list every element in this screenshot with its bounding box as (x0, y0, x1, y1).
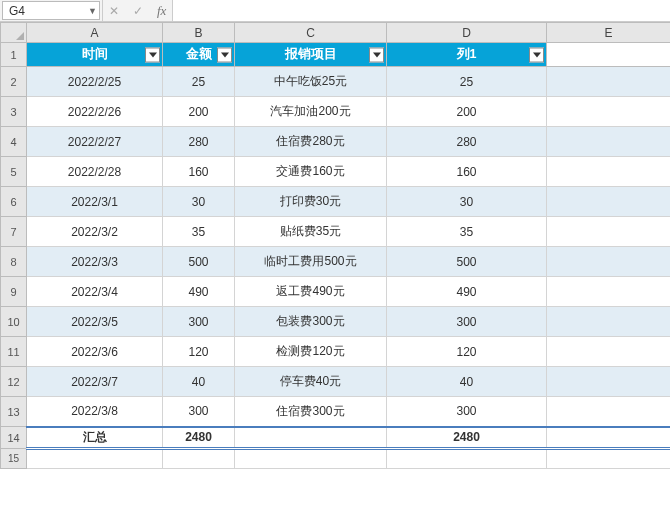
cell-amount[interactable]: 500 (163, 247, 235, 277)
cell[interactable] (235, 449, 387, 469)
col-head-A[interactable]: A (27, 23, 163, 43)
summary-item[interactable] (235, 427, 387, 449)
cell-amount[interactable]: 160 (163, 157, 235, 187)
cell-amount[interactable]: 280 (163, 127, 235, 157)
cell[interactable] (547, 277, 671, 307)
cell-time[interactable]: 2022/3/2 (27, 217, 163, 247)
cell-col1[interactable]: 35 (387, 217, 547, 247)
cell-item[interactable]: 交通费160元 (235, 157, 387, 187)
row-head[interactable]: 12 (1, 367, 27, 397)
cell-time[interactable]: 2022/2/27 (27, 127, 163, 157)
cell-col1[interactable]: 300 (387, 307, 547, 337)
cell[interactable] (547, 397, 671, 427)
cell[interactable] (387, 449, 547, 469)
cell-item[interactable]: 临时工费用500元 (235, 247, 387, 277)
cell-amount[interactable]: 35 (163, 217, 235, 247)
cell-item[interactable]: 贴纸费35元 (235, 217, 387, 247)
cell-amount[interactable]: 120 (163, 337, 235, 367)
select-all-corner[interactable] (1, 23, 27, 43)
row-head[interactable]: 2 (1, 67, 27, 97)
confirm-icon[interactable]: ✓ (133, 4, 143, 18)
filter-icon[interactable] (369, 47, 384, 62)
cell[interactable] (547, 217, 671, 247)
cell-item[interactable]: 停车费40元 (235, 367, 387, 397)
cell-time[interactable]: 2022/3/7 (27, 367, 163, 397)
cell-time[interactable]: 2022/3/3 (27, 247, 163, 277)
row-head[interactable]: 8 (1, 247, 27, 277)
cell-col1[interactable]: 30 (387, 187, 547, 217)
cell[interactable] (547, 367, 671, 397)
cell-col1[interactable]: 490 (387, 277, 547, 307)
cell[interactable] (163, 449, 235, 469)
cell-amount[interactable]: 30 (163, 187, 235, 217)
row-head[interactable]: 6 (1, 187, 27, 217)
summary-amount[interactable]: 2480 (163, 427, 235, 449)
col-head-C[interactable]: C (235, 23, 387, 43)
row-head[interactable]: 14 (1, 427, 27, 449)
cell-item[interactable]: 汽车加油200元 (235, 97, 387, 127)
filter-icon[interactable] (217, 47, 232, 62)
col-head-B[interactable]: B (163, 23, 235, 43)
cell[interactable] (547, 247, 671, 277)
cell-time[interactable]: 2022/3/6 (27, 337, 163, 367)
cell-amount[interactable]: 490 (163, 277, 235, 307)
fx-icon[interactable]: fx (157, 3, 166, 19)
header-item[interactable]: 报销项目 (235, 43, 387, 67)
row-head[interactable]: 3 (1, 97, 27, 127)
filter-icon[interactable] (145, 47, 160, 62)
cell-col1[interactable]: 25 (387, 67, 547, 97)
cell-item[interactable]: 包装费300元 (235, 307, 387, 337)
cell-col1[interactable]: 160 (387, 157, 547, 187)
cell-time[interactable]: 2022/2/28 (27, 157, 163, 187)
spreadsheet-grid[interactable]: A B C D E 1 时间 金额 报销项目 列1 22022/2/2525中午… (0, 22, 670, 469)
cell-col1[interactable]: 300 (387, 397, 547, 427)
cell[interactable] (547, 449, 671, 469)
cancel-icon[interactable]: ✕ (109, 4, 119, 18)
col-head-D[interactable]: D (387, 23, 547, 43)
cell-amount[interactable]: 200 (163, 97, 235, 127)
cell[interactable] (27, 449, 163, 469)
cell-time[interactable]: 2022/2/26 (27, 97, 163, 127)
chevron-down-icon[interactable]: ▼ (88, 6, 97, 16)
cell[interactable] (547, 43, 671, 67)
row-head[interactable]: 10 (1, 307, 27, 337)
row-head[interactable]: 5 (1, 157, 27, 187)
cell[interactable] (547, 127, 671, 157)
cell-item[interactable]: 返工费490元 (235, 277, 387, 307)
cell[interactable] (547, 67, 671, 97)
header-col1[interactable]: 列1 (387, 43, 547, 67)
summary-label[interactable]: 汇总 (27, 427, 163, 449)
cell-item[interactable]: 中午吃饭25元 (235, 67, 387, 97)
cell-col1[interactable]: 500 (387, 247, 547, 277)
filter-icon[interactable] (529, 47, 544, 62)
row-head[interactable]: 13 (1, 397, 27, 427)
header-amount[interactable]: 金额 (163, 43, 235, 67)
cell-amount[interactable]: 40 (163, 367, 235, 397)
row-head[interactable]: 1 (1, 43, 27, 67)
cell-amount[interactable]: 300 (163, 397, 235, 427)
cell[interactable] (547, 307, 671, 337)
cell-col1[interactable]: 200 (387, 97, 547, 127)
cell-col1[interactable]: 40 (387, 367, 547, 397)
cell-amount[interactable]: 300 (163, 307, 235, 337)
cell-item[interactable]: 打印费30元 (235, 187, 387, 217)
cell-item[interactable]: 检测费120元 (235, 337, 387, 367)
row-head[interactable]: 15 (1, 449, 27, 469)
row-head[interactable]: 4 (1, 127, 27, 157)
cell-col1[interactable]: 280 (387, 127, 547, 157)
cell-time[interactable]: 2022/3/8 (27, 397, 163, 427)
formula-input[interactable] (172, 0, 670, 21)
header-time[interactable]: 时间 (27, 43, 163, 67)
cell[interactable] (547, 157, 671, 187)
col-head-E[interactable]: E (547, 23, 671, 43)
cell-time[interactable]: 2022/3/1 (27, 187, 163, 217)
cell-item[interactable]: 住宿费280元 (235, 127, 387, 157)
row-head[interactable]: 11 (1, 337, 27, 367)
cell-item[interactable]: 住宿费300元 (235, 397, 387, 427)
name-box[interactable]: G4 ▼ (2, 1, 100, 20)
cell[interactable] (547, 337, 671, 367)
cell-time[interactable]: 2022/2/25 (27, 67, 163, 97)
cell-time[interactable]: 2022/3/5 (27, 307, 163, 337)
cell-col1[interactable]: 120 (387, 337, 547, 367)
row-head[interactable]: 7 (1, 217, 27, 247)
